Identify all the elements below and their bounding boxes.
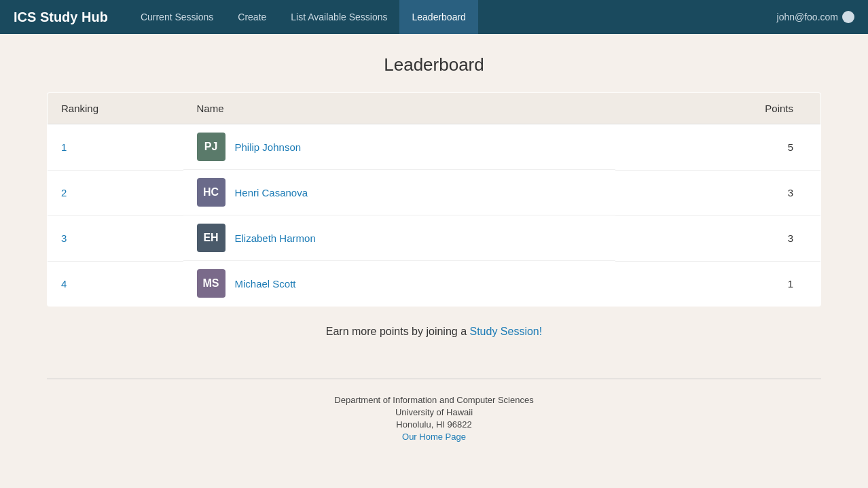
cell-name: PJPhilip Johnson [183, 124, 616, 170]
footer-home-link[interactable]: Our Home Page [402, 432, 466, 442]
table-body: 1PJPhilip Johnson52HCHenri Casanova33EHE… [48, 124, 821, 307]
user-name: Henri Casanova [235, 187, 308, 198]
cell-ranking: 1 [48, 124, 183, 171]
table-row: 4MSMichael Scott1 [48, 261, 821, 307]
cell-points: 3 [615, 215, 820, 261]
col-ranking-header: Ranking [48, 93, 183, 124]
footer-line1: Department of Information and Computer S… [47, 395, 821, 405]
navbar-links: Current Sessions Create List Available S… [128, 0, 777, 34]
leaderboard-table: Ranking Name Points 1PJPhilip Johnson52H… [47, 92, 821, 307]
page-content: Leaderboard Ranking Name Points 1PJPhili… [33, 34, 835, 485]
navbar: ICS Study Hub Current Sessions Create Li… [0, 0, 868, 34]
user-name: Michael Scott [235, 278, 296, 290]
user-icon [842, 11, 854, 23]
cell-points: 5 [615, 124, 820, 171]
avatar: EH [197, 224, 225, 252]
user-name: Philip Johnson [235, 141, 302, 153]
avatar: PJ [197, 133, 225, 161]
cell-name: HCHenri Casanova [183, 170, 616, 215]
footer-line3: Honolulu, HI 96822 [47, 419, 821, 430]
page-title: Leaderboard [47, 54, 821, 75]
earn-points-text: Earn more points by joining a [326, 326, 470, 337]
nav-leaderboard[interactable]: Leaderboard [399, 0, 477, 34]
navbar-user: john@foo.com [777, 11, 854, 23]
table-header: Ranking Name Points [48, 93, 821, 124]
avatar: HC [197, 178, 225, 207]
nav-current-sessions[interactable]: Current Sessions [128, 0, 225, 34]
cell-ranking: 2 [48, 170, 183, 215]
navbar-brand: ICS Study Hub [14, 10, 108, 25]
nav-create[interactable]: Create [225, 0, 278, 34]
cell-points: 3 [615, 170, 820, 215]
cell-points: 1 [615, 261, 820, 307]
earn-points-section: Earn more points by joining a Study Sess… [47, 326, 821, 338]
table-row: 3EHElizabeth Harmon3 [48, 215, 821, 261]
col-points-header: Points [615, 93, 820, 124]
table-row: 2HCHenri Casanova3 [48, 170, 821, 215]
table-row: 1PJPhilip Johnson5 [48, 124, 821, 171]
footer: Department of Information and Computer S… [47, 379, 821, 464]
cell-name: MSMichael Scott [183, 261, 616, 306]
study-session-link[interactable]: Study Session! [469, 326, 542, 337]
nav-list-sessions[interactable]: List Available Sessions [278, 0, 399, 34]
avatar: MS [197, 269, 225, 298]
col-name-header: Name [183, 93, 616, 124]
footer-line2: University of Hawaii [47, 407, 821, 417]
user-email: john@foo.com [777, 12, 838, 22]
cell-ranking: 3 [48, 215, 183, 261]
cell-ranking: 4 [48, 261, 183, 307]
user-name: Elizabeth Harmon [235, 232, 316, 244]
cell-name: EHElizabeth Harmon [183, 215, 616, 261]
